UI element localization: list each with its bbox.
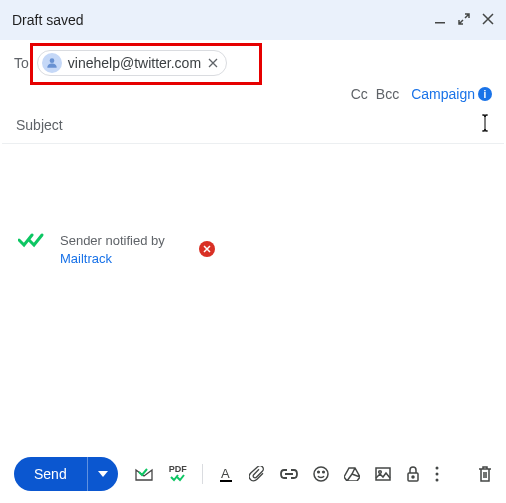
compose-footer: Send PDF A xyxy=(0,445,506,503)
close-icon[interactable] xyxy=(482,12,494,28)
mailtrack-toolbar-icon[interactable] xyxy=(134,466,154,482)
to-label: To xyxy=(14,55,29,71)
compose-window: Draft saved To vinehelp@twitter.com xyxy=(0,0,506,503)
message-body[interactable]: Sender notified by Mailtrack xyxy=(0,144,506,445)
svg-point-1 xyxy=(49,58,54,63)
compose-header: Draft saved xyxy=(0,0,506,40)
subject-input[interactable] xyxy=(16,117,420,133)
svg-point-6 xyxy=(322,471,324,473)
minimize-icon[interactable] xyxy=(434,12,446,28)
lock-icon[interactable] xyxy=(406,466,420,482)
svg-point-13 xyxy=(435,479,438,482)
svg-point-11 xyxy=(435,467,438,470)
subject-row xyxy=(2,110,504,144)
avatar-icon xyxy=(42,53,62,73)
send-options-button[interactable] xyxy=(87,457,118,491)
toolbar-divider xyxy=(202,464,203,484)
header-controls xyxy=(434,12,494,28)
svg-rect-7 xyxy=(376,468,390,480)
svg-point-5 xyxy=(317,471,319,473)
to-row: To vinehelp@twitter.com xyxy=(0,40,506,80)
bcc-link[interactable]: Bcc xyxy=(376,86,399,102)
expand-icon[interactable] xyxy=(458,12,470,28)
svg-point-12 xyxy=(435,473,438,476)
pdf-icon[interactable]: PDF xyxy=(169,465,187,484)
notify-text: Sender notified by xyxy=(60,232,165,250)
mailtrack-link[interactable]: Mailtrack xyxy=(60,251,112,266)
text-cursor-icon xyxy=(480,114,490,135)
image-icon[interactable] xyxy=(375,467,391,481)
svg-rect-3 xyxy=(220,480,232,482)
svg-point-10 xyxy=(412,476,414,478)
more-icon[interactable] xyxy=(435,466,439,482)
svg-point-8 xyxy=(378,471,381,474)
svg-point-4 xyxy=(314,467,328,481)
header-title: Draft saved xyxy=(12,12,84,28)
chip-remove-icon[interactable] xyxy=(207,57,219,69)
cc-bcc-row: Cc Bcc Campaign i xyxy=(0,80,506,110)
attach-icon[interactable] xyxy=(249,466,265,482)
compose-toolbar: PDF A xyxy=(134,464,439,484)
send-button[interactable]: Send xyxy=(14,457,87,491)
drive-icon[interactable] xyxy=(344,467,360,481)
formatting-icon[interactable]: A xyxy=(218,466,234,482)
mailtrack-notification: Sender notified by Mailtrack xyxy=(18,232,215,268)
svg-rect-0 xyxy=(435,22,445,24)
campaign-link[interactable]: Campaign i xyxy=(411,86,492,102)
recipient-chip[interactable]: vinehelp@twitter.com xyxy=(37,50,227,76)
emoji-icon[interactable] xyxy=(313,466,329,482)
dismiss-notification-icon[interactable] xyxy=(199,241,215,257)
svg-text:A: A xyxy=(221,466,230,481)
info-icon: i xyxy=(478,87,492,101)
cc-link[interactable]: Cc xyxy=(351,86,368,102)
campaign-label: Campaign xyxy=(411,86,475,102)
mailtrack-text-block: Sender notified by Mailtrack xyxy=(60,232,165,268)
double-check-icon xyxy=(18,232,46,248)
link-icon[interactable] xyxy=(280,469,298,479)
send-button-group: Send xyxy=(14,457,118,491)
trash-icon[interactable] xyxy=(478,466,492,482)
chip-email: vinehelp@twitter.com xyxy=(68,55,201,71)
